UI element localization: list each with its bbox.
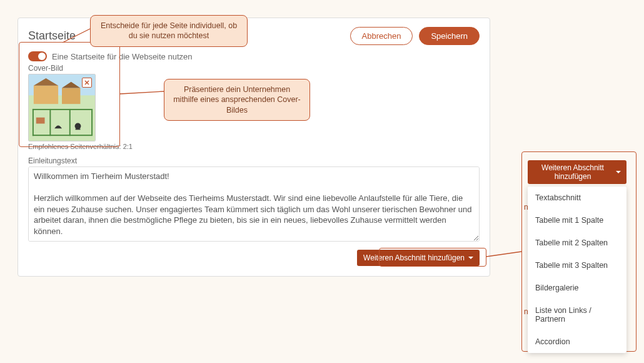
chevron-down-icon bbox=[616, 171, 621, 173]
header-buttons: Abbrechen Speichern bbox=[350, 27, 480, 45]
svg-rect-9 bbox=[33, 135, 91, 136]
cover-remove-button[interactable] bbox=[82, 78, 92, 88]
cover-section-label: Cover-Bild bbox=[28, 64, 480, 73]
toggle-knob bbox=[38, 53, 46, 60]
intro-section-label: Einleitungstext bbox=[28, 156, 480, 165]
use-homepage-toggle-label: Eine Startseite für die Webseite nutzen bbox=[52, 52, 193, 61]
svg-rect-4 bbox=[62, 88, 80, 105]
menu-item-table-1[interactable]: Tabelle mit 1 Spalte bbox=[528, 209, 626, 232]
use-homepage-toggle[interactable] bbox=[28, 51, 47, 61]
add-section-button-label: Weiteren Abschnitt hinzufügen bbox=[363, 253, 465, 262]
add-section-button-expanded[interactable]: Weiteren Abschnitt hinzufügen bbox=[528, 160, 626, 184]
svg-rect-7 bbox=[33, 109, 34, 136]
editor-card: Startseite Abbrechen Speichern Eine Star… bbox=[18, 18, 490, 277]
add-section-button-expanded-label: Weiteren Abschnitt hinzufügen bbox=[533, 163, 612, 181]
svg-rect-6 bbox=[33, 109, 91, 110]
menu-item-linklist[interactable]: Liste von Links / Partnern bbox=[528, 299, 626, 330]
save-button[interactable]: Speichern bbox=[419, 27, 480, 45]
svg-rect-14 bbox=[76, 128, 81, 130]
svg-rect-2 bbox=[34, 86, 58, 104]
cover-aspect-hint: Empfohlenes Seitenverhältnis: 2:1 bbox=[28, 143, 480, 150]
add-section-row: Weiteren Abschnitt hinzufügen bbox=[28, 250, 480, 266]
svg-rect-8 bbox=[91, 109, 93, 136]
callout-cover-hint: Präsentiere dein Unternehmen mithilfe ei… bbox=[164, 79, 310, 121]
svg-rect-11 bbox=[69, 109, 71, 136]
add-section-menu-panel: Weiteren Abschnitt hinzufügen Textabschn… bbox=[528, 160, 626, 353]
menu-item-table-2[interactable]: Tabelle mit 2 Spalten bbox=[528, 232, 626, 254]
svg-point-13 bbox=[75, 123, 81, 130]
menu-item-text[interactable]: Textabschnitt bbox=[528, 187, 626, 209]
svg-line-19 bbox=[486, 252, 521, 257]
menu-item-gallery[interactable]: Bildergalerie bbox=[528, 277, 626, 299]
callout-toggle-hint: Entscheide für jede Seite individuell, o… bbox=[90, 15, 248, 47]
cancel-button[interactable]: Abbrechen bbox=[350, 27, 413, 45]
svg-rect-10 bbox=[49, 109, 51, 136]
menu-item-accordion[interactable]: Accordion bbox=[528, 330, 626, 353]
close-icon bbox=[84, 80, 89, 85]
add-section-menu: Textabschnitt Tabelle mit 1 Spalte Tabel… bbox=[528, 187, 626, 353]
page-title: Startseite bbox=[28, 29, 76, 43]
chevron-down-icon bbox=[468, 257, 473, 259]
svg-rect-12 bbox=[36, 118, 45, 124]
menu-item-table-3[interactable]: Tabelle mit 3 Spalten bbox=[528, 254, 626, 277]
intro-textarea[interactable] bbox=[28, 166, 480, 242]
add-section-button[interactable]: Weiteren Abschnitt hinzufügen bbox=[357, 250, 480, 266]
use-homepage-toggle-row: Eine Startseite für die Webseite nutzen bbox=[28, 51, 480, 61]
cover-thumb-wrap bbox=[28, 74, 96, 141]
intro-section: Einleitungstext bbox=[28, 156, 480, 243]
